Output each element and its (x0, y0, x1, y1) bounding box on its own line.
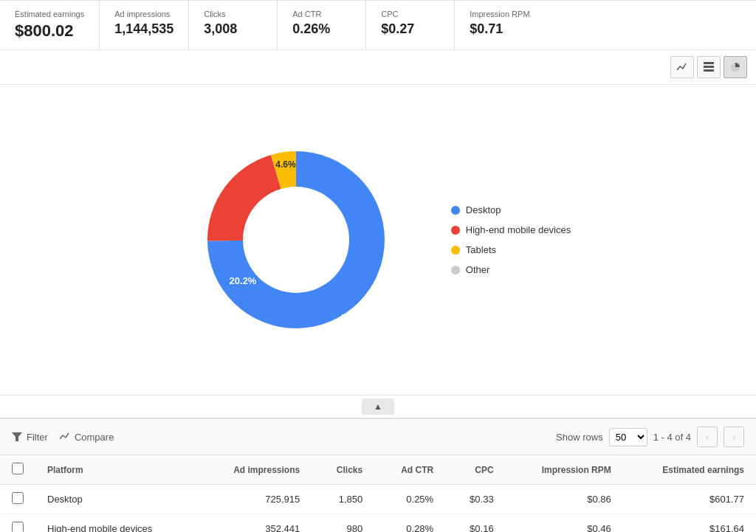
header-ad-ctr[interactable]: Ad CTR (374, 455, 445, 485)
legend-dot-other (451, 266, 460, 274)
chart-toolbar (0, 50, 756, 85)
row-checkbox-cell (0, 514, 35, 533)
toolbar-left: Filter Compare (12, 432, 544, 443)
donut-chart: 75.2% 20.2% 4.6% (185, 129, 407, 350)
cell-impression-rpm: $0.86 (506, 485, 623, 514)
compare-icon (60, 432, 70, 442)
stat-ad-impressions: Ad impressions 1,144,535 (100, 1, 189, 49)
filter-button[interactable]: Filter (12, 432, 48, 443)
table-chart-button[interactable] (697, 56, 721, 78)
cell-platform: High-end mobile devices (35, 514, 198, 533)
cell-impression-rpm: $0.46 (506, 514, 623, 533)
legend-label-other: Other (466, 264, 490, 275)
legend-dot-mobile (451, 226, 460, 235)
stat-label-cpc: CPC (381, 10, 439, 18)
svg-rect-2 (704, 69, 714, 72)
legend-item-mobile: High-end mobile devices (451, 224, 571, 235)
stat-label-clicks: Clicks (204, 10, 262, 18)
svg-marker-5 (12, 432, 22, 441)
data-table: Platform Ad impressions Clicks Ad CTR CP… (0, 455, 756, 532)
compare-button[interactable]: Compare (60, 432, 114, 443)
stat-value-impression-rpm: $0.71 (470, 21, 741, 37)
collapse-button[interactable]: ▲ (362, 398, 394, 415)
stat-value-ad-ctr: 0.26% (292, 21, 351, 37)
legend-label-mobile: High-end mobile devices (466, 224, 571, 235)
line-chart-button[interactable] (670, 56, 694, 78)
header-estimated-earnings[interactable]: Estimated earnings (623, 455, 756, 485)
desktop-percent-label: 75.2% (341, 312, 368, 323)
stat-clicks: Clicks 3,008 (189, 1, 278, 49)
chart-legend: Desktop High-end mobile devices Tablets … (451, 204, 571, 275)
legend-label-desktop: Desktop (466, 204, 501, 215)
pagination-info: 1 - 4 of 4 (653, 432, 691, 443)
prev-page-button[interactable]: ‹ (697, 426, 718, 447)
stat-label-estimated-earnings: Estimated earnings (15, 10, 84, 18)
svg-point-4 (243, 187, 349, 293)
cell-estimated-earnings: $601.77 (623, 485, 756, 514)
tablets-percent-label: 4.6% (275, 159, 296, 170)
stat-value-ad-impressions: 1,144,535 (114, 21, 173, 37)
table-row: Desktop 725,915 1,850 0.25% $0.33 $0.86 … (0, 485, 756, 514)
header-impression-rpm[interactable]: Impression RPM (506, 455, 623, 485)
stat-value-cpc: $0.27 (381, 21, 439, 37)
svg-rect-1 (704, 66, 714, 68)
stats-bar: Estimated earnings $800.02 Ad impression… (0, 0, 756, 50)
cell-cpc: $0.33 (445, 485, 505, 514)
legend-dot-tablets (451, 246, 460, 255)
cell-ad-impressions: 725,915 (198, 485, 312, 514)
stat-label-ad-impressions: Ad impressions (114, 10, 173, 18)
legend-dot-desktop (451, 206, 460, 215)
cell-ad-ctr: 0.28% (374, 514, 445, 533)
filter-icon (12, 432, 22, 442)
toolbar-right: Show rows 50 25 100 1 - 4 of 4 ‹ › (556, 426, 744, 447)
show-rows-label: Show rows (556, 432, 603, 443)
stat-label-ad-ctr: Ad CTR (292, 10, 351, 18)
header-ad-impressions[interactable]: Ad impressions (198, 455, 312, 485)
cell-estimated-earnings: $161.64 (623, 514, 756, 533)
cell-platform: Desktop (35, 485, 198, 514)
collapse-bar: ▲ (0, 395, 756, 418)
stat-value-estimated-earnings: $800.02 (15, 21, 84, 41)
legend-item-other: Other (451, 264, 571, 275)
header-platform[interactable]: Platform (35, 455, 198, 485)
cell-cpc: $0.16 (445, 514, 505, 533)
cell-ad-impressions: 352,441 (198, 514, 312, 533)
stat-estimated-earnings: Estimated earnings $800.02 (0, 1, 100, 49)
stat-impression-rpm: Impression RPM $0.71 (455, 1, 756, 49)
header-clicks[interactable]: Clicks (312, 455, 374, 485)
mobile-percent-label: 20.2% (229, 275, 256, 286)
compare-label: Compare (75, 432, 114, 443)
chart-section: 75.2% 20.2% 4.6% Desktop High-end mobile… (0, 85, 756, 395)
legend-item-desktop: Desktop (451, 204, 571, 215)
stat-ad-ctr: Ad CTR 0.26% (278, 1, 366, 49)
select-all-checkbox[interactable] (12, 463, 24, 474)
row-checkbox-cell (0, 485, 35, 514)
filter-label: Filter (27, 432, 48, 443)
table-row: High-end mobile devices 352,441 980 0.28… (0, 514, 756, 533)
table-section: Filter Compare Show rows 50 25 100 1 - 4… (0, 418, 756, 532)
table-header-row: Platform Ad impressions Clicks Ad CTR CP… (0, 455, 756, 485)
stat-value-clicks: 3,008 (204, 21, 262, 37)
svg-rect-0 (704, 62, 714, 64)
table-toolbar: Filter Compare Show rows 50 25 100 1 - 4… (0, 419, 756, 455)
pie-chart-button[interactable] (724, 56, 747, 78)
stat-cpc: CPC $0.27 (366, 1, 455, 49)
row-select-checkbox[interactable] (12, 522, 24, 532)
rows-select[interactable]: 50 25 100 (609, 428, 647, 446)
legend-label-tablets: Tablets (466, 244, 496, 255)
header-cpc[interactable]: CPC (445, 455, 505, 485)
legend-item-tablets: Tablets (451, 244, 571, 255)
next-page-button[interactable]: › (724, 426, 744, 447)
header-checkbox-col (0, 455, 35, 485)
cell-clicks: 980 (312, 514, 374, 533)
cell-clicks: 1,850 (312, 485, 374, 514)
row-select-checkbox[interactable] (12, 492, 24, 504)
cell-ad-ctr: 0.25% (374, 485, 445, 514)
stat-label-impression-rpm: Impression RPM (470, 10, 741, 18)
